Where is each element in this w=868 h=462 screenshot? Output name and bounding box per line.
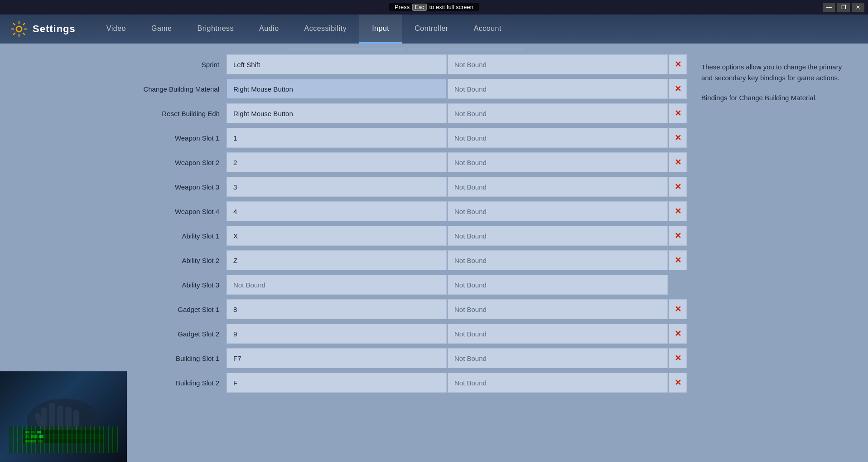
- scroll-indicator-row: [127, 48, 687, 51]
- binding-secondary-ability-slot-1[interactable]: Not Bound: [448, 226, 668, 246]
- binding-row-ability-slot-2: Ability Slot 2ZNot Bound✕: [127, 248, 687, 272]
- x-icon-building-slot-2: ✕: [675, 378, 681, 388]
- x-icon-reset-building-edit: ✕: [675, 108, 681, 118]
- binding-label-weapon-slot-3: Weapon Slot 3: [127, 183, 227, 191]
- esc-hint-prefix: Press: [395, 4, 410, 10]
- info-binding-detail: Bindings for Change Building Material.: [701, 92, 854, 103]
- binding-secondary-gadget-slot-2[interactable]: Not Bound: [448, 324, 668, 344]
- not-bound-primary-ability-slot-3: Not Bound: [233, 281, 265, 289]
- not-bound-secondary-weapon-slot-2: Not Bound: [454, 159, 487, 166]
- binding-primary-weapon-slot-2[interactable]: 2: [227, 152, 447, 172]
- clear-button-building-slot-1[interactable]: ✕: [669, 348, 687, 368]
- not-bound-secondary-ability-slot-1: Not Bound: [454, 232, 487, 240]
- binding-secondary-change-building-material[interactable]: Not Bound: [448, 79, 668, 99]
- binding-label-building-slot-1: Building Slot 1: [127, 355, 227, 362]
- esc-key: Esc: [412, 4, 427, 11]
- clear-button-gadget-slot-2[interactable]: ✕: [669, 324, 687, 344]
- binding-secondary-ability-slot-3[interactable]: Not Bound: [448, 275, 668, 295]
- bindings-area[interactable]: SprintLeft ShiftNot Bound✕Change Buildin…: [127, 44, 687, 462]
- binding-secondary-weapon-slot-3[interactable]: Not Bound: [448, 177, 668, 197]
- binding-primary-gadget-slot-2[interactable]: 9: [227, 324, 447, 344]
- binding-primary-ability-slot-3[interactable]: Not Bound: [227, 275, 447, 295]
- binding-label-weapon-slot-1: Weapon Slot 1: [127, 134, 227, 142]
- binding-primary-ability-slot-2[interactable]: Z: [227, 250, 447, 270]
- binding-label-weapon-slot-2: Weapon Slot 2: [127, 159, 227, 166]
- binding-primary-ability-slot-1[interactable]: X: [227, 226, 447, 246]
- clear-button-change-building-material[interactable]: ✕: [669, 79, 687, 99]
- restore-button[interactable]: ❐: [837, 3, 850, 12]
- binding-row-weapon-slot-3: Weapon Slot 33Not Bound✕: [127, 175, 687, 199]
- not-bound-secondary-reset-building-edit: Not Bound: [454, 110, 487, 117]
- logo-text: Settings: [33, 23, 76, 35]
- binding-label-gadget-slot-1: Gadget Slot 1: [127, 306, 227, 313]
- x-icon-weapon-slot-2: ✕: [675, 157, 681, 167]
- binding-primary-building-slot-2[interactable]: F: [227, 373, 447, 393]
- settings-logo-icon: [11, 21, 27, 37]
- clear-button-ability-slot-2[interactable]: ✕: [669, 250, 687, 270]
- not-bound-secondary-weapon-slot-1: Not Bound: [454, 134, 487, 142]
- x-icon-ability-slot-1: ✕: [675, 231, 681, 241]
- binding-primary-change-building-material[interactable]: Right Mouse Button: [227, 79, 447, 99]
- binding-label-reset-building-edit: Reset Building Edit: [127, 110, 227, 117]
- binding-secondary-weapon-slot-4[interactable]: Not Bound: [448, 201, 668, 221]
- clear-button-reset-building-edit[interactable]: ✕: [669, 103, 687, 123]
- binding-secondary-reset-building-edit[interactable]: Not Bound: [448, 103, 668, 123]
- binding-secondary-sprint[interactable]: Not Bound: [448, 54, 668, 74]
- scroll-indicator: [288, 48, 406, 51]
- binding-secondary-weapon-slot-1[interactable]: Not Bound: [448, 128, 668, 148]
- close-button[interactable]: ✕: [852, 3, 864, 12]
- nav-tab-account[interactable]: Account: [461, 15, 514, 44]
- nav-tab-audio[interactable]: Audio: [246, 15, 291, 44]
- binding-label-weapon-slot-4: Weapon Slot 4: [127, 208, 227, 215]
- not-bound-secondary-gadget-slot-2: Not Bound: [454, 330, 487, 338]
- keyboard-glow: [9, 426, 118, 453]
- nav-tab-input[interactable]: Input: [359, 15, 402, 44]
- binding-primary-weapon-slot-1[interactable]: 1: [227, 128, 447, 148]
- nav-tab-video[interactable]: Video: [94, 15, 139, 44]
- nav-tab-controller[interactable]: Controller: [402, 15, 461, 44]
- not-bound-secondary-weapon-slot-3: Not Bound: [454, 183, 487, 191]
- binding-primary-sprint[interactable]: Left Shift: [227, 54, 447, 74]
- nav-tab-brightness[interactable]: Brightness: [185, 15, 247, 44]
- binding-secondary-weapon-slot-2[interactable]: Not Bound: [448, 152, 668, 172]
- keyboard-image: [0, 371, 127, 462]
- binding-primary-weapon-slot-3[interactable]: 3: [227, 177, 447, 197]
- nav-tab-game[interactable]: Game: [139, 15, 185, 44]
- info-description: These options allow you to change the pr…: [701, 62, 854, 83]
- binding-row-change-building-material: Change Building MaterialRight Mouse Butt…: [127, 77, 687, 101]
- binding-secondary-gadget-slot-1[interactable]: Not Bound: [448, 299, 668, 319]
- x-icon-change-building-material: ✕: [675, 84, 681, 94]
- binding-primary-weapon-slot-4[interactable]: 4: [227, 201, 447, 221]
- binding-label-sprint: Sprint: [127, 61, 227, 68]
- not-bound-secondary-building-slot-2: Not Bound: [454, 379, 487, 387]
- binding-primary-building-slot-1[interactable]: F7: [227, 348, 447, 368]
- clear-button-building-slot-2[interactable]: ✕: [669, 373, 687, 393]
- binding-secondary-building-slot-1[interactable]: Not Bound: [448, 348, 668, 368]
- not-bound-secondary-ability-slot-3: Not Bound: [454, 281, 487, 289]
- logo-area: Settings: [11, 21, 76, 37]
- binding-primary-reset-building-edit[interactable]: Right Mouse Button: [227, 103, 447, 123]
- svg-point-0: [16, 26, 22, 32]
- binding-row-building-slot-2: Building Slot 2FNot Bound✕: [127, 371, 687, 394]
- x-icon-weapon-slot-1: ✕: [675, 133, 681, 143]
- header: Settings VideoGameBrightnessAudioAccessi…: [0, 15, 868, 44]
- clear-button-gadget-slot-1[interactable]: ✕: [669, 299, 687, 319]
- not-bound-secondary-weapon-slot-4: Not Bound: [454, 208, 487, 215]
- clear-button-weapon-slot-2[interactable]: ✕: [669, 152, 687, 172]
- binding-primary-gadget-slot-1[interactable]: 8: [227, 299, 447, 319]
- binding-secondary-building-slot-2[interactable]: Not Bound: [448, 373, 668, 393]
- x-icon-building-slot-1: ✕: [675, 353, 681, 363]
- clear-button-weapon-slot-3[interactable]: ✕: [669, 177, 687, 197]
- nav-tab-accessibility[interactable]: Accessibility: [292, 15, 360, 44]
- binding-row-reset-building-edit: Reset Building EditRight Mouse ButtonNot…: [127, 102, 687, 125]
- binding-row-weapon-slot-4: Weapon Slot 44Not Bound✕: [127, 199, 687, 223]
- clear-button-sprint[interactable]: ✕: [669, 54, 687, 74]
- clear-button-ability-slot-1[interactable]: ✕: [669, 226, 687, 246]
- binding-row-ability-slot-3: Ability Slot 3Not BoundNot Bound: [127, 273, 687, 297]
- binding-label-ability-slot-3: Ability Slot 3: [127, 281, 227, 289]
- binding-secondary-ability-slot-2[interactable]: Not Bound: [448, 250, 668, 270]
- clear-button-weapon-slot-4[interactable]: ✕: [669, 201, 687, 221]
- clear-button-weapon-slot-1[interactable]: ✕: [669, 128, 687, 148]
- minimize-button[interactable]: —: [823, 3, 835, 12]
- binding-label-building-slot-2: Building Slot 2: [127, 379, 227, 387]
